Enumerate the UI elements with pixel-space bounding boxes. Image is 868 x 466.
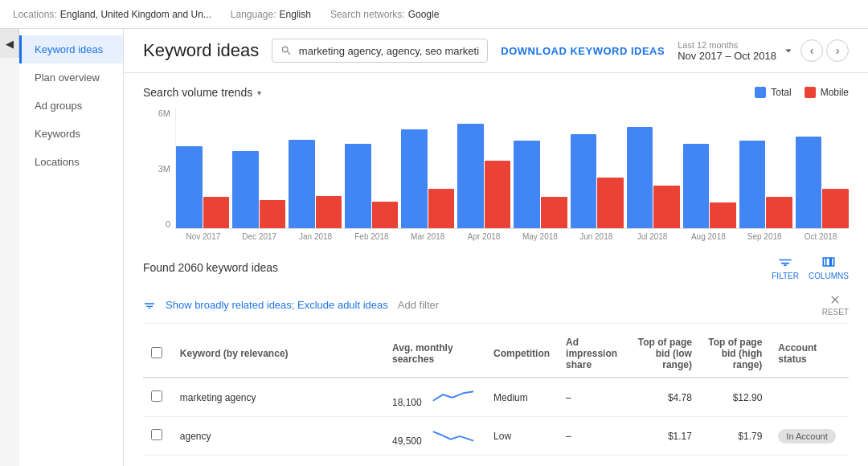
sidebar-item-plan-overview[interactable]: Plan overview: [19, 63, 123, 92]
language-info: Language: English: [231, 9, 311, 20]
avg-searches-cell: 5,400: [384, 456, 485, 467]
bar-mobile: [203, 197, 230, 228]
month-group: [627, 127, 680, 228]
x-label: Sep 2018: [736, 232, 792, 241]
row-checkbox-0[interactable]: [151, 390, 162, 402]
sidebar-item-ad-groups[interactable]: Ad groups: [19, 92, 123, 120]
found-count: Found 2060 keyword ideas: [143, 261, 278, 274]
month-group: [232, 151, 285, 228]
total-color-swatch: [755, 87, 766, 98]
sidebar-toggle[interactable]: ◀: [0, 29, 19, 58]
bar-total: [739, 141, 766, 228]
filter-row: Show broadly related ideas; Exclude adul…: [143, 287, 849, 324]
action-icons: FILTER COLUMNS: [772, 254, 849, 280]
month-group: [176, 146, 229, 228]
bar-total: [683, 144, 710, 228]
month-group: [345, 144, 398, 228]
bid-high-cell: $22.90: [700, 456, 770, 467]
columns-button[interactable]: COLUMNS: [809, 254, 849, 280]
bar-total: [627, 127, 653, 228]
month-group: [514, 141, 567, 228]
y-label-0: 0: [143, 219, 170, 229]
mobile-color-swatch: [805, 87, 816, 98]
status-cell: [770, 378, 849, 417]
bar-mobile: [822, 189, 849, 228]
status-cell: [770, 456, 849, 467]
sidebar-item-keyword-ideas[interactable]: Keyword ideas: [19, 35, 123, 63]
page-title: Keyword ideas: [143, 40, 259, 61]
keywords-table: Keyword (by relevance) Avg. monthly sear…: [143, 330, 849, 466]
bar-total: [514, 141, 540, 228]
bid-low-cell: $1.17: [630, 417, 700, 456]
language-label: Language:: [231, 9, 276, 20]
filter-label: FILTER: [772, 272, 799, 280]
filter-button[interactable]: FILTER: [772, 254, 799, 280]
bar-mobile: [485, 161, 511, 228]
legend-total: Total: [755, 87, 791, 98]
month-group: [401, 129, 454, 228]
locations-label: Locations:: [13, 9, 57, 20]
bar-total: [232, 151, 259, 228]
month-group: [739, 141, 792, 228]
y-label-6m: 6M: [143, 108, 170, 118]
filter-icon: [777, 254, 793, 270]
locations-info: Locations: England, United Kingdom and U…: [13, 9, 211, 20]
x-label: May 2018: [512, 232, 568, 241]
col-header-competition: Competition: [485, 330, 558, 378]
col-header-bid-high: Top of page bid (high range): [700, 330, 770, 378]
bar-total: [457, 124, 484, 228]
table-row: agency49,500 Low–$1.17$1.79In Account: [143, 417, 849, 456]
select-all-checkbox[interactable]: [151, 347, 162, 358]
keywords-section: Found 2060 keyword ideas FILTER COLUMNS …: [124, 254, 868, 466]
search-box[interactable]: [272, 39, 488, 63]
bid-high-cell: $1.79: [700, 417, 770, 456]
reset-label: RESET: [822, 308, 849, 317]
keywords-header: Found 2060 keyword ideas FILTER COLUMNS: [143, 254, 849, 280]
col-header-avg: Avg. monthly searches: [384, 330, 485, 378]
row-checkbox-1[interactable]: [151, 429, 162, 440]
networks-value: Google: [408, 9, 440, 20]
download-button[interactable]: DOWNLOAD KEYWORD IDEAS: [501, 45, 665, 57]
date-range: Last 12 months Nov 2017 – Oct 2018 ‹ ›: [678, 39, 849, 62]
month-group: [457, 124, 510, 228]
dropdown-icon[interactable]: [781, 43, 796, 58]
chart-legend: Total Mobile: [755, 87, 849, 98]
chart-title: Search volume trends: [143, 86, 252, 99]
bid-low-cell: $10.82: [630, 456, 700, 467]
chart-main: Nov 2017Dec 2017Jan 2018Feb 2018Mar 2018…: [175, 108, 849, 241]
bar-total: [796, 137, 822, 228]
month-group: [796, 137, 849, 228]
keyword-cell: marketing agency: [172, 378, 384, 417]
filter-link[interactable]: Show broadly related ideas; Exclude adul…: [166, 299, 388, 311]
x-label: Mar 2018: [399, 232, 456, 241]
bar-mobile: [710, 202, 736, 228]
next-date-button[interactable]: ›: [826, 39, 849, 62]
legend-mobile-label: Mobile: [821, 87, 849, 98]
x-label: Oct 2018: [792, 232, 849, 241]
x-label: Nov 2017: [175, 232, 231, 241]
table-header-row: Keyword (by relevance) Avg. monthly sear…: [143, 330, 849, 378]
content-header: Keyword ideas DOWNLOAD KEYWORD IDEAS Las…: [124, 29, 868, 73]
top-bar: Locations: England, United Kingdom and U…: [0, 0, 868, 29]
chart-dropdown[interactable]: ▾: [257, 88, 261, 97]
legend-mobile: Mobile: [805, 87, 849, 98]
bar-total: [401, 129, 428, 228]
reset-button[interactable]: RESET: [822, 293, 849, 317]
add-filter-button[interactable]: Add filter: [398, 299, 439, 311]
month-group: [571, 134, 624, 228]
search-input[interactable]: [299, 45, 479, 57]
filter-funnel-icon: [143, 299, 156, 312]
month-group: [289, 140, 342, 228]
sidebar-item-keywords[interactable]: Keywords: [19, 120, 123, 148]
content-area: Keyword ideas DOWNLOAD KEYWORD IDEAS Las…: [124, 29, 868, 466]
chart-section: Search volume trends ▾ Total Mobile 6M: [124, 73, 868, 241]
bar-total: [176, 146, 203, 228]
columns-icon: [821, 254, 837, 270]
sidebar-item-locations[interactable]: Locations: [19, 148, 123, 176]
legend-total-label: Total: [771, 87, 791, 98]
bar-mobile: [653, 186, 680, 228]
table-row: marketing agency18,100 Medium–$4.78$12.9…: [143, 378, 849, 417]
bar-mobile: [766, 197, 792, 228]
prev-date-button[interactable]: ‹: [800, 39, 823, 62]
chart-header: Search volume trends ▾ Total Mobile: [143, 86, 849, 99]
